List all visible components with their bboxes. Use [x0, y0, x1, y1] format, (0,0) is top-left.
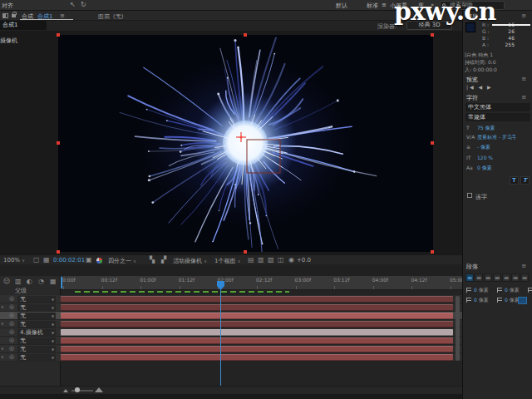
text-align-button[interactable]: ≡ [502, 273, 510, 282]
row-track[interactable] [61, 295, 462, 303]
parent-dropdown[interactable]: 无▼ [17, 304, 56, 311]
flowchart-icon[interactable]: ◫ [278, 256, 284, 264]
font-size-value[interactable]: 75 像素 [477, 125, 515, 132]
panel-menu-icon[interactable]: ≡ [521, 76, 526, 82]
vertical-scale-value[interactable]: 120 % [477, 155, 515, 160]
view-layout-dropdown[interactable]: 1个视图 ∨ [214, 257, 240, 265]
grid-icon[interactable]: ▦ [43, 256, 50, 264]
roi-icon[interactable]: ▚ [150, 256, 155, 264]
viewer-timecode[interactable]: 0:00:02:01 [53, 257, 85, 264]
layer-duration-bar[interactable] [61, 296, 453, 303]
layer-duration-bar[interactable] [61, 354, 453, 361]
twirl-icon[interactable]: ∨ [1, 304, 4, 309]
exposure-icon[interactable]: ◉ [288, 256, 294, 264]
twirl-icon[interactable]: ∨ [1, 354, 4, 359]
exposure-value[interactable]: +0.0 [297, 257, 311, 264]
layer-handle[interactable] [57, 141, 60, 145]
layer-duration-bar[interactable] [61, 313, 453, 319]
layer-handle[interactable] [244, 33, 247, 37]
snapshot-icon[interactable]: ▣ [86, 256, 92, 264]
first-line-indent-value[interactable]: 0 像素 [474, 297, 489, 304]
pickwhip-icon[interactable]: ◎ [9, 295, 14, 302]
tab-menu-icon[interactable]: ≡ [60, 12, 65, 19]
layer-duration-bar[interactable] [61, 321, 453, 328]
zoom-out-mountain-icon[interactable] [63, 389, 68, 392]
time-ruler[interactable]: 0:00f00:12f01:00f01:12f02:00f02:12f03:00… [61, 276, 462, 290]
layer-handle[interactable] [244, 250, 247, 254]
selection-tool-icon[interactable]: ↖ [70, 1, 76, 8]
indent-left-value[interactable]: 0 像素 [474, 287, 489, 294]
shy-layers-icon[interactable]: ☺ [3, 278, 10, 285]
timeline-button-icon[interactable]: ▧ [268, 256, 274, 264]
pickwhip-icon[interactable]: ◎ [9, 320, 14, 327]
frame-blend-icon[interactable]: ▥ [15, 278, 22, 285]
layer-duration-bar[interactable] [61, 346, 453, 352]
paragraph-panel-header[interactable]: 段落≡ [466, 263, 530, 271]
parent-dropdown[interactable]: 无▼ [17, 346, 56, 352]
layer-handle[interactable] [431, 250, 434, 254]
graph-editor-icon[interactable]: ▦ [50, 278, 57, 285]
faux-italic-button[interactable]: T [520, 176, 530, 185]
preview-panel-header[interactable]: 预览≡ [466, 76, 530, 84]
zoom-slider-handle[interactable] [75, 387, 80, 392]
layer-handle[interactable] [431, 33, 434, 37]
row-track[interactable] [61, 337, 462, 345]
brainstorm-icon[interactable]: ◔ [38, 278, 44, 285]
parent-dropdown[interactable]: 无▼ [17, 313, 56, 319]
kerning-value[interactable]: 度量标准 - 罗马字 [477, 134, 515, 141]
camera-view-dropdown[interactable]: 活动摄像机 ∨ [173, 257, 207, 265]
workspace-standard[interactable]: 标准 [367, 2, 378, 10]
parent-column-header[interactable]: 父级 [15, 287, 27, 295]
tab-layer-label[interactable]: 图层 [98, 12, 110, 21]
character-panel-header[interactable]: 字符≡ [466, 94, 530, 102]
lock-icon[interactable] [12, 14, 16, 17]
panel-menu-icon[interactable]: ≡ [521, 263, 526, 269]
timeline-layer-row[interactable]: ∨◎无▼ [0, 353, 462, 362]
transparency-grid-icon[interactable]: ▞ [161, 256, 166, 264]
row-track[interactable] [61, 353, 462, 362]
text-align-button[interactable]: ≡ [484, 273, 492, 282]
workspace-overflow[interactable]: » [431, 2, 434, 8]
layer-duration-bar[interactable] [61, 329, 453, 336]
rotate-tool-icon[interactable]: ↻ [81, 1, 86, 8]
zoom-in-mountain-icon[interactable] [95, 387, 103, 392]
row-track[interactable] [61, 320, 462, 328]
pickwhip-icon[interactable]: ◎ [9, 312, 14, 318]
row-track[interactable] [61, 312, 462, 320]
renderer-button[interactable]: 经典 3D [406, 21, 452, 30]
pixel-aspect-icon[interactable]: ▤ [248, 256, 254, 264]
workspace-menu-icon[interactable]: ≡ [382, 2, 387, 8]
comp-name-button[interactable]: 合成1 [0, 21, 47, 30]
parent-dropdown[interactable]: 无▼ [17, 296, 56, 303]
layer-handle[interactable] [57, 33, 60, 37]
parent-dropdown[interactable]: 无▼ [17, 337, 56, 344]
twirl-icon[interactable]: ∨ [1, 321, 4, 326]
pickwhip-icon[interactable]: ◎ [9, 337, 14, 343]
parent-dropdown[interactable]: 4.摄像机▼ [17, 329, 56, 336]
show-channel-icon[interactable] [96, 258, 102, 264]
text-align-button[interactable]: ≡ [511, 273, 520, 282]
pickwhip-icon[interactable]: ◎ [9, 345, 14, 352]
tracking-value[interactable]: - 像素 [477, 144, 515, 151]
text-align-button[interactable]: ≡ [475, 273, 483, 282]
timeline-vertical-scrollbar[interactable] [456, 296, 460, 361]
layer-duration-bar[interactable] [61, 304, 453, 311]
workspace-library[interactable]: 库 [418, 2, 424, 10]
timeline-layer-row[interactable]: ◎无▼ [0, 312, 462, 320]
workspace-default[interactable]: 默认 [336, 2, 347, 10]
playback-controls[interactable]: |◀ ◀ ▶ [466, 84, 493, 90]
pickwhip-icon[interactable]: ◎ [9, 328, 14, 335]
row-track[interactable] [61, 303, 462, 312]
composition-viewport[interactable] [58, 35, 433, 252]
timeline-layer-row[interactable]: ◎无▼ [0, 337, 462, 345]
faux-bold-button[interactable]: T [510, 176, 519, 185]
pickwhip-icon[interactable]: ◎ [9, 303, 14, 310]
layer-duration-bar[interactable] [61, 337, 453, 344]
text-align-button[interactable]: ≡ [493, 273, 501, 282]
row-track[interactable] [61, 345, 462, 353]
timeline-layer-row[interactable]: ∨◎无▼ [0, 320, 462, 328]
layer-handle[interactable] [431, 141, 434, 145]
info-panel-header[interactable]: 信息≡ [466, 12, 530, 21]
parent-dropdown[interactable]: 无▼ [17, 321, 56, 328]
timeline-layer-row[interactable]: ◎4.摄像机▼ [0, 328, 462, 337]
